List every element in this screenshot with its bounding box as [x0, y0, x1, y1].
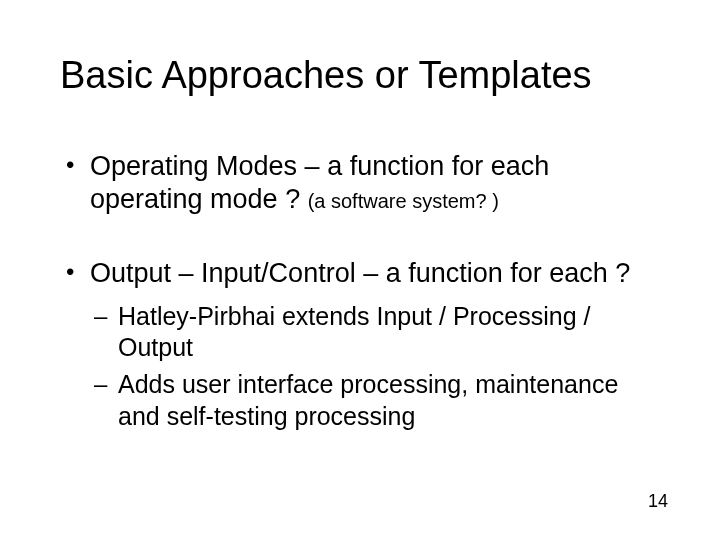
bullet-list: Operating Modes – a function for each op… [60, 150, 660, 432]
bullet-item: Operating Modes – a function for each op… [60, 150, 660, 218]
bullet-text: Output – Input/Control – a function for … [90, 258, 630, 288]
sub-bullet-text: Hatley-Pirbhai extends Input / Processin… [118, 302, 590, 361]
bullet-paren: (a software system? ) [308, 190, 499, 212]
page-number: 14 [648, 491, 668, 512]
sub-bullet-item: Adds user interface processing, maintena… [90, 369, 660, 432]
bullet-item: Output – Input/Control – a function for … [60, 257, 660, 432]
sub-bullet-text: Adds user interface processing, maintena… [118, 370, 618, 429]
slide-title: Basic Approaches or Templates [60, 54, 660, 98]
sub-bullet-item: Hatley-Pirbhai extends Input / Processin… [90, 301, 660, 364]
sub-bullet-list: Hatley-Pirbhai extends Input / Processin… [90, 301, 660, 432]
